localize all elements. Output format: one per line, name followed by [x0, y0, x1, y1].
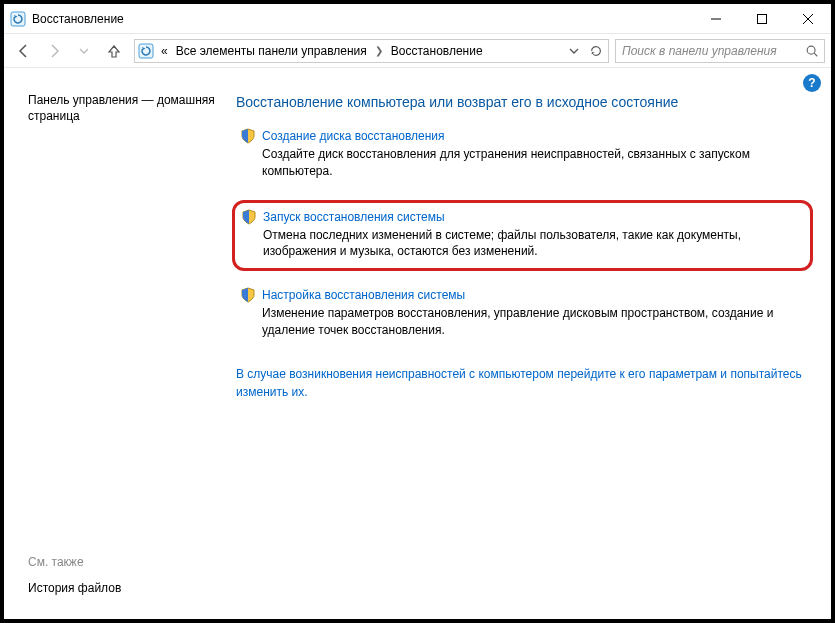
refresh-button[interactable] — [586, 41, 606, 61]
see-also-label: См. также — [28, 555, 84, 569]
content-area: Панель управления — домашняя страница См… — [4, 68, 831, 619]
option-description: Создайте диск восстановления для устране… — [262, 146, 801, 180]
main-panel: ? Восстановление компьютера или возврат … — [224, 68, 831, 619]
option-description: Отмена последних изменений в системе; фа… — [263, 227, 800, 261]
maximize-button[interactable] — [739, 4, 785, 34]
search-icon[interactable] — [804, 42, 820, 60]
address-bar[interactable]: « Все элементы панели управления ❯ Восст… — [134, 39, 609, 63]
page-title: Восстановление компьютера или возврат ег… — [236, 94, 813, 110]
control-panel-home-link[interactable]: Панель управления — домашняя страница — [28, 92, 216, 124]
up-button[interactable] — [100, 37, 128, 65]
window-title: Восстановление — [32, 12, 124, 26]
recent-locations-button[interactable] — [70, 37, 98, 65]
sidebar: Панель управления — домашняя страница См… — [4, 68, 224, 619]
open-system-restore-link[interactable]: Запуск восстановления системы — [263, 210, 445, 224]
pc-settings-link[interactable]: В случае возникновения неисправностей с … — [236, 365, 809, 401]
back-button[interactable] — [10, 37, 38, 65]
recovery-option: Создание диска восстановления Создайте д… — [236, 126, 809, 184]
forward-button[interactable] — [40, 37, 68, 65]
navbar: « Все элементы панели управления ❯ Восст… — [4, 34, 831, 68]
recovery-option: Настройка восстановления системы Изменен… — [236, 285, 809, 343]
svg-line-7 — [814, 53, 817, 56]
address-dropdown-button[interactable] — [564, 41, 584, 61]
shield-icon — [241, 209, 257, 225]
option-description: Изменение параметров восстановления, упр… — [262, 305, 801, 339]
recovery-app-icon — [137, 42, 155, 60]
titlebar: Восстановление — [4, 4, 831, 34]
configure-system-restore-link[interactable]: Настройка восстановления системы — [262, 288, 465, 302]
create-recovery-drive-link[interactable]: Создание диска восстановления — [262, 129, 445, 143]
help-icon[interactable]: ? — [803, 74, 821, 92]
breadcrumb-item[interactable]: Восстановление — [389, 44, 485, 58]
recovery-option-highlighted: Запуск восстановления системы Отмена пос… — [232, 200, 813, 272]
chevron-right-icon[interactable]: ❯ — [373, 45, 385, 56]
file-history-link[interactable]: История файлов — [28, 581, 121, 595]
shield-icon — [240, 287, 256, 303]
close-button[interactable] — [785, 4, 831, 34]
svg-rect-5 — [139, 44, 153, 58]
window-controls — [693, 4, 831, 34]
search-box[interactable] — [615, 39, 825, 63]
breadcrumb-prefix[interactable]: « — [159, 44, 170, 58]
breadcrumb-item[interactable]: Все элементы панели управления — [174, 44, 369, 58]
svg-rect-0 — [11, 12, 25, 26]
minimize-button[interactable] — [693, 4, 739, 34]
recovery-app-icon — [10, 11, 26, 27]
search-input[interactable] — [620, 43, 804, 59]
svg-point-6 — [807, 46, 815, 54]
shield-icon — [240, 128, 256, 144]
svg-rect-2 — [758, 14, 767, 23]
window: Восстановление — [4, 4, 831, 619]
